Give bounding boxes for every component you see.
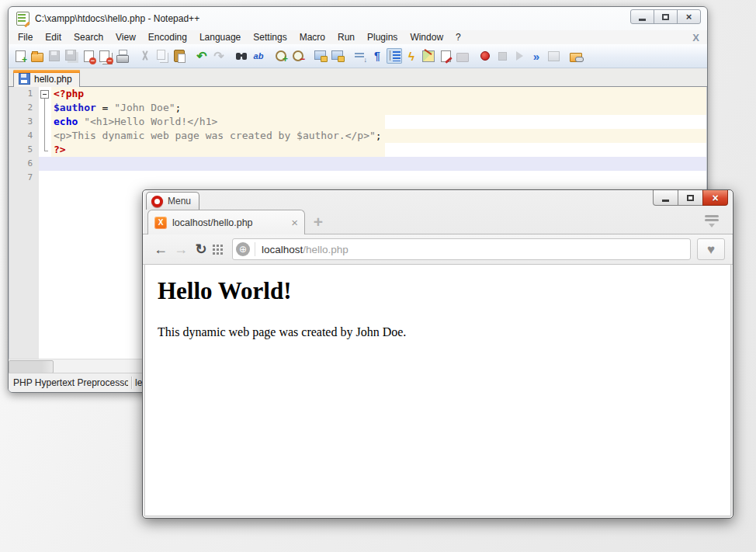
url-path: /hello.php bbox=[303, 244, 349, 255]
replace-icon[interactable] bbox=[251, 48, 266, 64]
zoom-out-icon[interactable] bbox=[290, 48, 306, 64]
close-button[interactable]: × bbox=[677, 9, 701, 24]
npp-tab-bar: hello.php bbox=[9, 68, 707, 87]
url-text[interactable]: localhost/hello.php bbox=[262, 244, 349, 255]
code-line[interactable]: 5?> bbox=[9, 143, 706, 157]
zoom-in-icon[interactable] bbox=[273, 48, 289, 64]
document-switcher-icon[interactable] bbox=[438, 48, 453, 64]
menu-item[interactable]: Macro bbox=[293, 32, 331, 43]
tab-localhost-hello-php[interactable]: X localhost/hello.php × bbox=[147, 210, 305, 234]
npp-toolbar bbox=[9, 44, 707, 68]
close-icon: × bbox=[686, 12, 692, 22]
opera-tab-bar: X localhost/hello.php × + bbox=[143, 209, 733, 234]
code-text: <?php bbox=[51, 87, 706, 101]
menu-item[interactable]: Encoding bbox=[142, 32, 193, 43]
menu-item[interactable]: File bbox=[12, 32, 39, 43]
macro-record-icon[interactable] bbox=[477, 48, 493, 64]
redo-icon[interactable] bbox=[211, 48, 227, 64]
menu-item[interactable]: Window bbox=[404, 32, 449, 43]
folder-as-workspace-icon[interactable] bbox=[455, 48, 470, 64]
code-line[interactable]: 4<p>This dynamic web page was created by… bbox=[9, 129, 706, 143]
code-line[interactable]: 1<?php bbox=[9, 87, 706, 101]
new-tab-button[interactable]: + bbox=[305, 210, 331, 234]
sync-horizontal-scroll-icon[interactable] bbox=[330, 48, 345, 64]
open-file-icon[interactable] bbox=[29, 48, 45, 64]
npp-menu-items: FileEditSearchViewEncodingLanguageSettin… bbox=[12, 32, 467, 43]
undo-icon[interactable] bbox=[194, 48, 210, 64]
bookmark-button[interactable]: ♥ bbox=[697, 238, 725, 260]
tab-menu-icon[interactable] bbox=[703, 214, 720, 228]
cut-icon[interactable] bbox=[137, 48, 153, 64]
tab-label: hello.php bbox=[34, 74, 72, 85]
line-number: 3 bbox=[9, 115, 39, 129]
function-completion-icon[interactable] bbox=[404, 48, 419, 64]
minimize-button[interactable] bbox=[630, 9, 654, 24]
print-icon[interactable] bbox=[115, 48, 130, 64]
code-text: $author = "John Doe"; bbox=[51, 101, 706, 115]
close-file-icon[interactable] bbox=[81, 48, 96, 64]
npp-title-bar[interactable]: C:\xampp\htdocs\hello.php - Notepad++ × bbox=[9, 7, 707, 30]
tab-hello-php[interactable]: hello.php bbox=[13, 70, 80, 87]
minimize-button[interactable] bbox=[653, 190, 678, 206]
close-button[interactable]: × bbox=[702, 190, 728, 206]
code-text bbox=[51, 157, 706, 171]
show-indent-guide-icon[interactable] bbox=[387, 48, 402, 64]
browser-page-content: Hello World! This dynamic web page was c… bbox=[144, 265, 731, 516]
save-all-icon[interactable] bbox=[64, 48, 79, 64]
maximize-button[interactable] bbox=[678, 190, 703, 206]
menu-item[interactable]: Language bbox=[193, 32, 247, 43]
menu-item[interactable]: Settings bbox=[247, 32, 293, 43]
npp-menu-bar: FileEditSearchViewEncodingLanguageSettin… bbox=[9, 30, 707, 44]
copy-icon[interactable] bbox=[154, 48, 170, 64]
minimize-icon bbox=[639, 19, 646, 21]
close-all-icon[interactable] bbox=[98, 48, 113, 64]
fold-collapse-icon[interactable] bbox=[39, 87, 51, 101]
fold-box-icon[interactable] bbox=[40, 90, 49, 99]
code-line[interactable]: 2$author = "John Doe"; bbox=[9, 101, 706, 115]
opera-window-controls: × bbox=[654, 190, 728, 206]
close-document-x[interactable]: X bbox=[692, 32, 699, 43]
new-file-icon[interactable] bbox=[12, 48, 28, 64]
back-button[interactable]: ← bbox=[151, 239, 171, 259]
find-icon[interactable] bbox=[234, 48, 249, 64]
menu-item[interactable]: Run bbox=[331, 32, 361, 43]
reload-button[interactable]: ↻ bbox=[191, 239, 211, 259]
code-lines: 1<?php2$author = "John Doe";3echo "<h1>H… bbox=[9, 87, 706, 185]
menu-item[interactable]: Edit bbox=[39, 32, 68, 43]
menu-item[interactable]: ? bbox=[449, 32, 467, 43]
speed-dial-icon[interactable] bbox=[213, 245, 223, 255]
scrollbar-thumb[interactable] bbox=[9, 360, 54, 373]
code-line[interactable]: 7 bbox=[9, 171, 706, 185]
code-line[interactable]: 6 bbox=[9, 157, 706, 171]
macro-play-icon[interactable] bbox=[512, 48, 527, 64]
opera-window: Menu × X localhost/hello.php × + ← → ↻ ⊕… bbox=[142, 189, 733, 519]
macro-save-icon[interactable] bbox=[546, 48, 561, 64]
show-all-characters-icon[interactable] bbox=[369, 48, 385, 64]
save-icon[interactable] bbox=[47, 48, 62, 64]
tab-label: localhost/hello.php bbox=[172, 217, 286, 228]
menu-item[interactable]: View bbox=[109, 32, 142, 43]
status-doc-type: PHP Hypertext Preprocessor bbox=[9, 377, 128, 388]
menu-item[interactable]: Plugins bbox=[361, 32, 404, 43]
forward-button[interactable]: → bbox=[171, 239, 191, 259]
fold-margin bbox=[39, 129, 51, 143]
code-line[interactable]: 3echo "<h1>Hello World!</h1> bbox=[9, 115, 706, 129]
address-bar[interactable]: ⊕ localhost/hello.php bbox=[232, 238, 691, 260]
word-wrap-icon[interactable] bbox=[352, 48, 368, 64]
document-map-icon[interactable] bbox=[421, 48, 436, 64]
opera-menu-button[interactable]: Menu bbox=[146, 192, 199, 210]
sync-vertical-scroll-icon[interactable] bbox=[313, 48, 328, 64]
paste-icon[interactable] bbox=[172, 48, 187, 64]
line-number: 6 bbox=[9, 157, 39, 171]
menu-item[interactable]: Search bbox=[68, 32, 109, 43]
open-containing-folder-icon[interactable] bbox=[568, 48, 584, 64]
opera-title-bar[interactable]: Menu × bbox=[143, 190, 733, 209]
macro-run-multiple-icon[interactable] bbox=[529, 48, 544, 64]
macro-stop-icon[interactable] bbox=[494, 48, 510, 64]
fold-margin bbox=[39, 143, 51, 157]
tab-close-icon[interactable]: × bbox=[291, 217, 298, 228]
site-globe-icon[interactable]: ⊕ bbox=[236, 242, 250, 256]
status-length-fragment: le bbox=[135, 377, 142, 388]
close-icon: × bbox=[712, 193, 718, 203]
maximize-button[interactable] bbox=[654, 9, 678, 24]
